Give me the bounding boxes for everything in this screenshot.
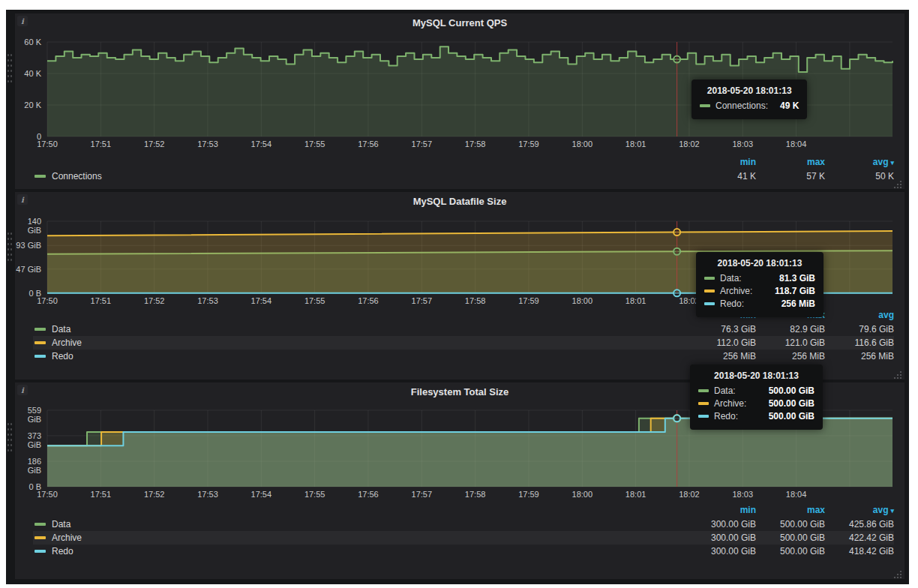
x-tick-label: 17:58 xyxy=(459,490,492,499)
y-tick-label: 140 GiB xyxy=(15,217,41,235)
tooltip-timestamp: 2018-05-20 18:01:13 xyxy=(704,258,815,268)
legend-header-row: minmaxavg▾ xyxy=(33,154,894,170)
series-dash-icon[interactable] xyxy=(34,175,46,178)
legend-series-name[interactable]: Archive xyxy=(52,338,82,348)
shared-crosshair-tooltip: 2018-05-20 18:01:13 Connections:49 K xyxy=(692,80,807,119)
grafana-dashboard: i MySQL Current QPS minmaxavg▾Connection… xyxy=(6,10,909,584)
series-dash-icon[interactable] xyxy=(34,341,46,344)
tooltip-timestamp: 2018-05-20 18:01:13 xyxy=(698,370,814,381)
legend-row: Redo256 MiB256 MiB256 MiB xyxy=(33,350,894,363)
legend-series-name[interactable]: Redo xyxy=(52,351,74,362)
x-tick-label: 17:51 xyxy=(84,490,117,499)
panel-drag-dots[interactable] xyxy=(7,231,13,261)
x-tick-label: 17:54 xyxy=(244,296,278,305)
x-tick-label: 18:01 xyxy=(620,490,652,499)
tooltip-series-value: 500.00 GiB xyxy=(769,411,814,422)
y-tick-label: 60 K xyxy=(15,38,41,46)
series-dash-icon xyxy=(698,389,709,392)
x-tick-label: 17:51 xyxy=(84,140,117,148)
panel-resize-handle[interactable] xyxy=(893,178,902,188)
y-tick-label: 40 K xyxy=(15,69,41,78)
y-tick-label: 93 GiB xyxy=(15,241,41,250)
panel-drag-dots[interactable] xyxy=(7,52,13,82)
series-dash-icon xyxy=(704,290,715,292)
legend-sort-min[interactable]: min xyxy=(687,505,756,515)
legend-avg-value: 422.42 GiB xyxy=(825,532,894,543)
x-tick-label: 17:59 xyxy=(512,296,545,305)
legend-sort-max[interactable]: max xyxy=(756,157,825,167)
legend-max-value: 500.00 GiB xyxy=(756,532,825,543)
x-tick-label: 17:57 xyxy=(405,296,438,305)
legend-row: Archive112.0 GiB121.0 GiB116.6 GiB xyxy=(33,336,894,350)
legend-min-value: 300.00 GiB xyxy=(687,546,756,556)
tooltip-series-value: 256 MiB xyxy=(782,298,815,309)
filesystem-legend: minmaxavg▾Data300.00 GiB500.00 GiB425.86… xyxy=(33,502,894,558)
x-tick-label: 18:03 xyxy=(726,490,759,499)
legend-series-name[interactable]: Redo xyxy=(52,546,74,556)
crosshair-marker-redo xyxy=(674,290,680,296)
legend-series-name[interactable]: Data xyxy=(52,519,70,530)
crosshair-marker-data xyxy=(674,248,680,255)
legend-sort-avg[interactable]: avg▾ xyxy=(825,505,894,515)
legend-min-value: 76.3 GiB xyxy=(687,324,756,334)
page: i MySQL Current QPS minmaxavg▾Connection… xyxy=(0,0,918,588)
panel-title[interactable]: MySQL Current QPS xyxy=(15,17,904,28)
legend-min-value: 112.0 GiB xyxy=(687,338,756,348)
legend-row: Data300.00 GiB500.00 GiB425.86 GiB xyxy=(33,518,894,531)
panel-resize-handle[interactable] xyxy=(893,369,902,378)
legend-row: Data76.3 GiB82.9 GiB79.6 GiB xyxy=(33,322,894,336)
x-tick-label: 18:02 xyxy=(673,140,706,148)
series-dash-icon xyxy=(704,277,715,280)
legend-avg-value: 425.86 GiB xyxy=(825,519,894,530)
x-tick-label: 17:52 xyxy=(138,140,171,148)
x-tick-label: 17:52 xyxy=(138,490,171,499)
tooltip-series-label: Archive: xyxy=(714,398,746,409)
panel-resize-handle[interactable] xyxy=(893,568,902,578)
legend-row: Connections41 K57 K50 K xyxy=(33,170,894,183)
y-tick-label: 0 xyxy=(15,132,41,141)
x-tick-label: 18:00 xyxy=(566,140,598,148)
legend-avg-value: 79.6 GiB xyxy=(825,324,894,334)
legend-avg-value: 418.42 GiB xyxy=(825,546,894,556)
legend-row: Redo300.00 GiB500.00 GiB418.42 GiB xyxy=(33,544,894,558)
x-tick-label: 17:59 xyxy=(512,490,545,499)
series-dash-icon[interactable] xyxy=(34,523,46,526)
legend-sort-min[interactable]: min xyxy=(687,157,756,167)
series-dash-icon[interactable] xyxy=(34,536,46,539)
x-tick-label: 18:04 xyxy=(780,490,813,499)
legend-sort-avg[interactable]: avg▾ xyxy=(825,157,894,167)
legend-sort-avg[interactable]: avg xyxy=(825,310,894,320)
legend-series-name[interactable]: Connections xyxy=(52,171,102,182)
series-dash-icon[interactable] xyxy=(34,550,46,553)
legend-series-name[interactable]: Archive xyxy=(52,532,82,543)
series-dash-icon xyxy=(698,402,709,405)
legend-max-value: 121.0 GiB xyxy=(756,338,825,348)
x-tick-label: 17:58 xyxy=(459,140,492,148)
tooltip-series-value: 118.7 GiB xyxy=(775,286,815,296)
panel-drag-dots[interactable] xyxy=(7,422,13,452)
y-tick-label: 373 GiB xyxy=(15,431,41,449)
legend-series-name[interactable]: Data xyxy=(52,324,70,334)
series-dash-icon[interactable] xyxy=(34,328,46,331)
tooltip-series-label: Connections: xyxy=(716,100,768,111)
panel-title[interactable]: MySQL Datafile Size xyxy=(15,196,904,207)
shared-crosshair-tooltip: 2018-05-20 18:01:13 Data:81.3 GiBArchive… xyxy=(696,252,824,317)
y-tick-label: 47 GiB xyxy=(15,265,41,274)
x-tick-label: 18:00 xyxy=(566,296,598,305)
legend-min-value: 41 K xyxy=(687,171,756,182)
legend-max-value: 500.00 GiB xyxy=(756,546,825,556)
legend-max-value: 500.00 GiB xyxy=(756,519,825,530)
legend-sort-max[interactable]: max xyxy=(756,505,825,515)
tooltip-series-value: 500.00 GiB xyxy=(769,398,814,409)
series-dash-icon[interactable] xyxy=(34,355,46,358)
x-tick-label: 17:53 xyxy=(191,296,224,305)
legend-avg-value: 50 K xyxy=(825,171,894,182)
y-tick-label: 559 GiB xyxy=(15,406,41,424)
x-tick-label: 17:54 xyxy=(244,140,278,148)
y-tick-label: 0 B xyxy=(15,482,41,491)
x-tick-label: 18:04 xyxy=(780,140,813,148)
x-tick-label: 17:55 xyxy=(298,296,332,305)
x-tick-label: 18:00 xyxy=(566,490,598,499)
x-tick-label: 17:57 xyxy=(405,490,438,499)
tooltip-series-row: Archive:118.7 GiB xyxy=(704,286,815,296)
